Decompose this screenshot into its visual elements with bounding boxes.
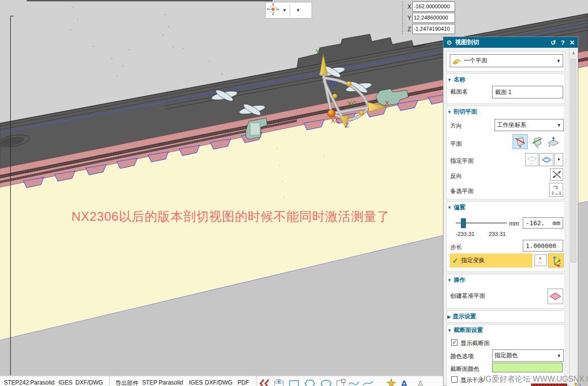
inferred-plane-button[interactable]: [539, 153, 553, 166]
reset-button[interactable]: ↺: [551, 39, 556, 46]
scrollbar-thumb[interactable]: [570, 59, 576, 263]
export-part[interactable]: 导出部件: [115, 379, 139, 386]
direction-label: 方向: [450, 122, 462, 130]
export-step242[interactable]: STEP242: [4, 379, 29, 386]
csys-manipulator-button[interactable]: zyx: [548, 253, 564, 268]
direction-value: 工作坐标系: [497, 121, 557, 129]
export-iges-2[interactable]: IGES: [189, 379, 203, 386]
export-step[interactable]: STEP: [142, 379, 157, 386]
plane-section-header[interactable]: ▼剖切平面: [447, 108, 477, 116]
x-plane-button[interactable]: x: [513, 134, 528, 149]
statusbar-separator-1: [109, 376, 110, 386]
rectangle-icon[interactable]: [286, 378, 302, 386]
cross-section-title: 截断面设置: [454, 327, 483, 333]
y-axis-label: Y: [315, 48, 320, 55]
section-type-value: 一个平面: [464, 57, 556, 65]
name-section-header[interactable]: ▼名称: [447, 76, 465, 84]
alternate-plane-button[interactable]: 321: [549, 183, 563, 197]
cylinder-icon[interactable]: [272, 378, 286, 386]
section-type-dropdown[interactable]: 一个平面 ▼: [450, 54, 563, 67]
ellipse-icon[interactable]: [318, 378, 334, 386]
section-color-label: 截断面颜色: [450, 365, 479, 373]
scrollbar-up-arrow[interactable]: ∧: [570, 49, 577, 57]
export-parasolid-2[interactable]: Parasolid: [159, 379, 183, 386]
export-parasolid[interactable]: Parasolid: [30, 379, 55, 386]
zc-axis-label: ZC: [329, 80, 337, 87]
export-pdf[interactable]: PDF: [238, 379, 249, 386]
canvas-annotation: NX2306以后的版本剖切视图的时候不能同时激活测量了: [72, 208, 389, 225]
star-icon[interactable]: [385, 378, 398, 386]
dialog-scrollbar[interactable]: ∧: [569, 48, 577, 386]
create-datum-label: 创建基准平面: [450, 292, 485, 300]
snap-point-icon[interactable]: [266, 3, 280, 17]
show-section-checkbox[interactable]: ✓: [451, 339, 458, 346]
gear-icon: ⚙: [446, 39, 452, 46]
view-section-dialog: ⚙ 视图剖切 ↺ ? ✕ ∧ 一个平面 ▼ ▼名称 截面名 截面 1 ▼剖切平面: [443, 37, 578, 386]
export-iges[interactable]: IGES: [58, 379, 73, 386]
toolbar-overflow-caret[interactable]: ▼: [294, 8, 302, 13]
spline-icon[interactable]: [347, 378, 361, 386]
name-section-title: 名称: [454, 76, 465, 83]
svg-text:x: x: [519, 145, 521, 148]
specify-transform-row[interactable]: ✓ 指定变换: [450, 253, 533, 268]
chevron-down-icon: ▼: [556, 58, 561, 63]
nx-application-window: Y ZC YC XC Z X NX2306以后的版本剖切视图的时候不能同时激活测…: [0, 0, 588, 386]
section-name-input[interactable]: 截面 1: [492, 86, 563, 98]
dialog-titlebar[interactable]: ⚙ 视图剖切 ↺ ? ✕: [443, 37, 578, 48]
create-datum-plane-button[interactable]: [548, 289, 563, 304]
cross-section-header[interactable]: ▼截断面设置: [447, 326, 483, 334]
step-value-input[interactable]: 1.000000: [523, 240, 563, 251]
tracker-drag-grip[interactable]: [402, 1, 405, 34]
offset-value-input[interactable]: -162. mm: [523, 217, 563, 229]
reverse-direction-button[interactable]: [550, 168, 563, 181]
direction-dropdown[interactable]: 工作坐标系 ▼: [495, 119, 564, 131]
toolbar-separator: [290, 4, 290, 17]
y-plane-button[interactable]: y: [529, 134, 544, 149]
checkmark-icon: ✓: [452, 256, 459, 265]
plane-options-caret[interactable]: ▼: [554, 153, 563, 166]
plane-dialog-button[interactable]: …: [525, 153, 538, 166]
y-coordinate-input[interactable]: 12.248600000: [412, 13, 455, 23]
rotate-ball-1[interactable]: [347, 81, 351, 86]
xc-axis-label: XC: [331, 117, 340, 124]
chevron-down-icon: ▼: [557, 353, 561, 358]
color-option-dropdown[interactable]: 指定颜色 ▼: [492, 349, 564, 362]
show-interference-checkbox[interactable]: [451, 376, 458, 383]
curve-icon[interactable]: [361, 378, 375, 386]
snap-dropdown-caret[interactable]: ▼: [280, 8, 289, 13]
chevron-down-icon: ▼: [557, 123, 561, 128]
svg-text:1: 1: [559, 191, 561, 195]
export-dxfdwg[interactable]: DXF/DWG: [75, 379, 103, 386]
origin-ball[interactable]: [328, 110, 335, 117]
yc-axis-label: YC: [348, 100, 356, 107]
text-tool-icon[interactable]: A: [398, 378, 410, 386]
point-dialog-button[interactable]: …: [534, 254, 547, 266]
statusbar-separator-2: [256, 376, 257, 386]
display-settings-header[interactable]: ▶显示设置: [447, 312, 476, 321]
studio-spline-icon[interactable]: [258, 378, 272, 386]
offset-section-header[interactable]: ▼偏置: [447, 203, 465, 212]
rotate-ball-2[interactable]: [333, 94, 337, 98]
svg-text:y: y: [536, 145, 538, 148]
help-button[interactable]: ?: [561, 39, 565, 46]
offset-slider-handle[interactable]: [461, 218, 466, 228]
operation-section-title: 操作: [454, 276, 465, 283]
show-section-label: 显示截断面: [460, 339, 490, 347]
x-coordinate-input[interactable]: -162.00000000: [412, 1, 455, 12]
z-coordinate-input[interactable]: -1.2474190410: [412, 24, 455, 34]
corner-rect-icon[interactable]: [334, 378, 347, 386]
reverse-label: 反向: [450, 172, 462, 180]
export-dxfdwg-2[interactable]: DXF/DWG: [205, 379, 233, 386]
z-plane-button[interactable]: z: [546, 134, 561, 149]
section-color-swatch[interactable]: [492, 363, 563, 372]
svg-text:z: z: [549, 144, 551, 147]
collapse-triangle-icon: ▼: [447, 278, 452, 283]
rotate-ball-3[interactable]: [360, 111, 364, 116]
polygon-icon[interactable]: [302, 378, 318, 386]
operation-section-header[interactable]: ▼操作: [447, 276, 465, 284]
step-label: 步长: [450, 243, 462, 251]
svg-text:x: x: [559, 262, 561, 265]
tracker-row-z: Z -1.2474190410: [406, 24, 455, 34]
dialog-title: 视图剖切: [455, 39, 546, 47]
close-button[interactable]: ✕: [570, 39, 575, 46]
